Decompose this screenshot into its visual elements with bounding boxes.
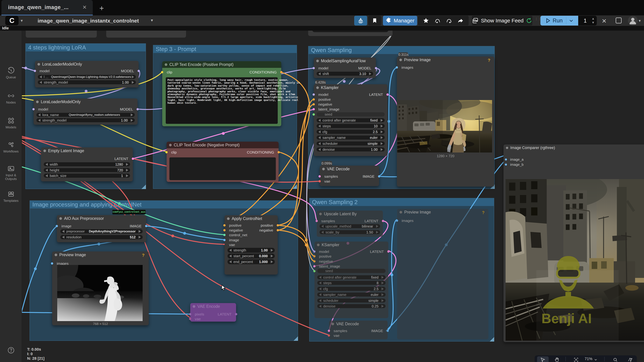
svg-text:Benji AI: Benji AI	[542, 311, 592, 326]
